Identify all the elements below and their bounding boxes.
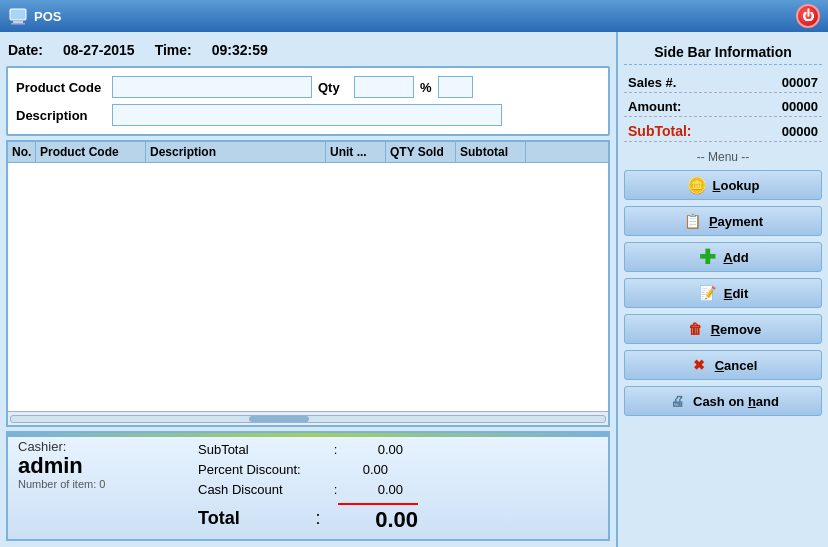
sidebar-subtotal-label: SubTotal: bbox=[628, 123, 692, 139]
description-row: Description bbox=[16, 104, 600, 126]
description-input[interactable] bbox=[112, 104, 502, 126]
cancel-icon: ✖ bbox=[689, 355, 709, 375]
amount-label: Amount: bbox=[628, 99, 681, 114]
items-label: Number of item: bbox=[18, 478, 96, 490]
left-panel: Date: 08-27-2015 Time: 09:32:59 Product … bbox=[0, 32, 618, 547]
total-final-value: 0.00 bbox=[338, 503, 418, 533]
title-bar-left: POS bbox=[8, 6, 61, 26]
percent-input[interactable] bbox=[438, 76, 473, 98]
pos-icon bbox=[8, 6, 28, 26]
col-unit: Unit ... bbox=[326, 142, 386, 162]
items-count-value: 0 bbox=[99, 478, 105, 490]
title-bar: POS ⏻ bbox=[0, 0, 828, 32]
right-sidebar: Side Bar Information Sales #. 00007 Amou… bbox=[618, 32, 828, 547]
qty-label: Qty bbox=[318, 80, 348, 95]
subtotal-colon: : bbox=[328, 442, 343, 457]
subtotal-value: 0.00 bbox=[343, 442, 403, 457]
cashier-info: Cashier: admin Number of item: 0 bbox=[18, 439, 178, 490]
amount-row: Amount: 00000 bbox=[624, 97, 822, 117]
col-qty-sold: QTY Sold bbox=[386, 142, 456, 162]
sidebar-subtotal-row: SubTotal: 00000 bbox=[624, 121, 822, 142]
svg-rect-2 bbox=[11, 23, 25, 25]
remove-icon: 🗑 bbox=[685, 319, 705, 339]
svg-rect-0 bbox=[10, 9, 26, 20]
cash-on-hand-label: Cash on hand bbox=[693, 394, 779, 409]
col-product-code: Product Code bbox=[36, 142, 146, 162]
cash-icon: 🖨 bbox=[667, 391, 687, 411]
menu-label: -- Menu -- bbox=[624, 146, 822, 166]
horizontal-scrollbar[interactable] bbox=[8, 411, 608, 425]
subtotal-row: SubTotal : 0.00 bbox=[198, 439, 598, 459]
percent-label: % bbox=[420, 80, 432, 95]
svg-rect-1 bbox=[13, 21, 23, 23]
product-code-row: Product Code Qty % bbox=[16, 76, 600, 98]
col-subtotal: Subtotal bbox=[456, 142, 526, 162]
scrollbar-track bbox=[10, 415, 606, 423]
add-label: Add bbox=[723, 250, 748, 265]
col-no: No. bbox=[8, 142, 36, 162]
total-final-row: Total : 0.00 bbox=[198, 503, 598, 533]
totals-section: SubTotal : 0.00 Percent Discount: 0.00 C… bbox=[198, 439, 598, 533]
add-button[interactable]: ✚ Add bbox=[624, 242, 822, 272]
date-value: 08-27-2015 bbox=[63, 42, 135, 58]
payment-icon: 📋 bbox=[683, 211, 703, 231]
edit-button[interactable]: 📝 Edit bbox=[624, 278, 822, 308]
date-label: Date: bbox=[8, 42, 43, 58]
edit-icon: 📝 bbox=[698, 283, 718, 303]
cancel-label: Cancel bbox=[715, 358, 758, 373]
time-label: Time: bbox=[155, 42, 192, 58]
percent-discount-row: Percent Discount: 0.00 bbox=[198, 459, 598, 479]
col-description: Description bbox=[146, 142, 326, 162]
sidebar-title: Side Bar Information bbox=[624, 40, 822, 65]
cash-on-hand-button[interactable]: 🖨 Cash on hand bbox=[624, 386, 822, 416]
cash-discount-row: Cash Discount : 0.00 bbox=[198, 479, 598, 499]
remove-button[interactable]: 🗑 Remove bbox=[624, 314, 822, 344]
payment-label: Payment bbox=[709, 214, 763, 229]
lookup-button[interactable]: 🪙 Lookup bbox=[624, 170, 822, 200]
app-title: POS bbox=[34, 9, 61, 24]
time-value: 09:32:59 bbox=[212, 42, 268, 58]
add-icon: ✚ bbox=[697, 247, 717, 267]
sales-row: Sales #. 00007 bbox=[624, 73, 822, 93]
table-container: No. Product Code Description Unit ... QT… bbox=[6, 140, 610, 427]
table-body bbox=[8, 163, 608, 411]
qty-input[interactable] bbox=[354, 76, 414, 98]
cash-discount-value: 0.00 bbox=[343, 482, 403, 497]
percent-discount-value: 0.00 bbox=[328, 462, 388, 477]
scrollbar-thumb[interactable] bbox=[249, 416, 309, 422]
amount-value: 00000 bbox=[782, 99, 818, 114]
product-code-label: Product Code bbox=[16, 80, 106, 95]
cash-discount-colon: : bbox=[328, 482, 343, 497]
remove-label: Remove bbox=[711, 322, 762, 337]
cancel-button[interactable]: ✖ Cancel bbox=[624, 350, 822, 380]
status-bar: Cashier: admin Number of item: 0 SubTota… bbox=[6, 431, 610, 541]
percent-discount-label: Percent Discount: bbox=[198, 462, 328, 477]
sales-label: Sales #. bbox=[628, 75, 676, 90]
main-container: Date: 08-27-2015 Time: 09:32:59 Product … bbox=[0, 32, 828, 547]
edit-label: Edit bbox=[724, 286, 749, 301]
sidebar-subtotal-value: 00000 bbox=[782, 124, 818, 139]
total-final-label: Total bbox=[198, 508, 298, 529]
description-label: Description bbox=[16, 108, 106, 123]
product-entry: Product Code Qty % Description bbox=[6, 66, 610, 136]
lookup-label: Lookup bbox=[713, 178, 760, 193]
subtotal-label: SubTotal bbox=[198, 442, 328, 457]
cashier-name: admin bbox=[18, 454, 178, 478]
items-count: Number of item: 0 bbox=[18, 478, 178, 490]
payment-button[interactable]: 📋 Payment bbox=[624, 206, 822, 236]
power-button[interactable]: ⏻ bbox=[796, 4, 820, 28]
cash-discount-label: Cash Discount bbox=[198, 482, 328, 497]
sales-value: 00007 bbox=[782, 75, 818, 90]
product-code-input[interactable] bbox=[112, 76, 312, 98]
datetime-bar: Date: 08-27-2015 Time: 09:32:59 bbox=[6, 38, 610, 62]
cashier-label: Cashier: bbox=[18, 439, 178, 454]
lookup-icon: 🪙 bbox=[687, 175, 707, 195]
total-final-colon: : bbox=[298, 508, 338, 529]
table-header: No. Product Code Description Unit ... QT… bbox=[8, 142, 608, 163]
